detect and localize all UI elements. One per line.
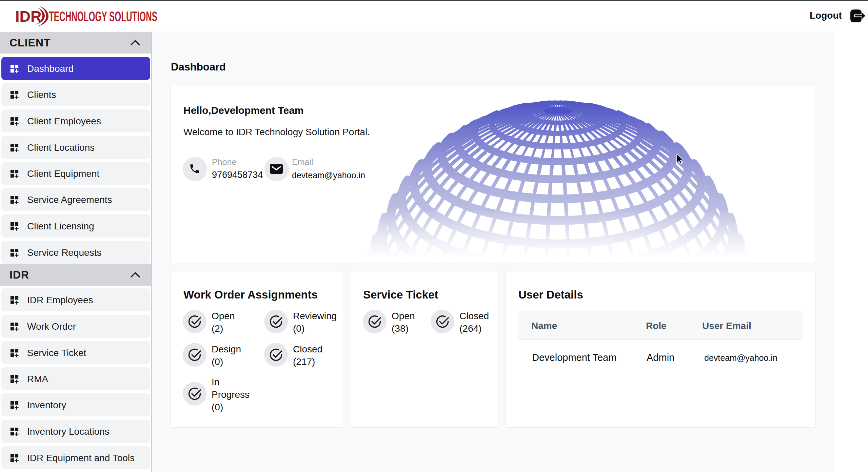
svg-text:TECHNOLOGY SOLUTIONS: TECHNOLOGY SOLUTIONS — [49, 8, 157, 24]
svg-text:IDR: IDR — [15, 8, 42, 25]
